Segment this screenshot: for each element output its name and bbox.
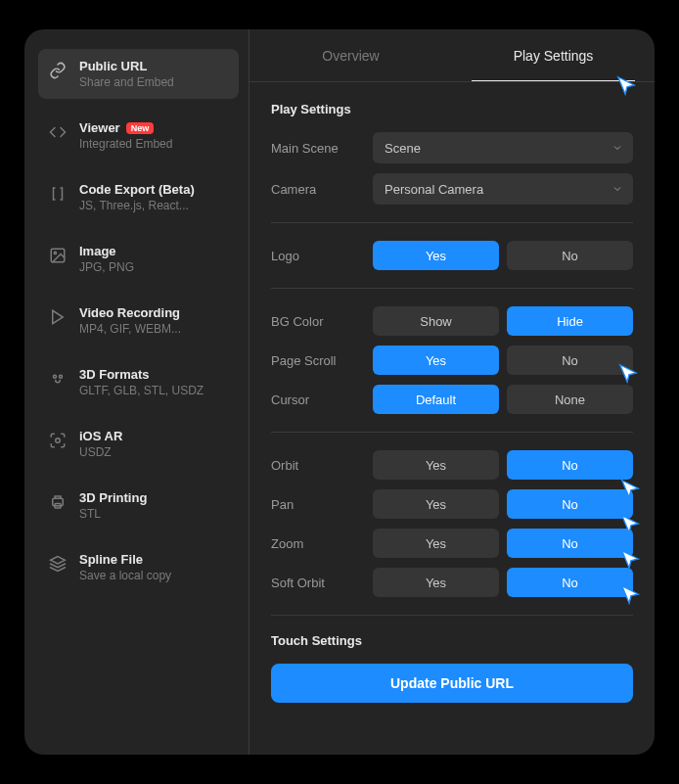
toggle-logo-yes[interactable]: Yes [373,241,499,270]
label-logo: Logo [271,249,373,263]
divider [271,615,633,616]
sidebar-item-sub: Integrated Embed [79,137,172,151]
sidebar-item-sub: Share and Embed [79,75,174,89]
link-icon [48,61,68,80]
toggle-page-scroll: Yes No [373,346,633,375]
3d-icon [48,369,68,389]
label-cursor: Cursor [271,392,373,407]
code-icon [48,122,68,142]
content: Play Settings Main Scene Scene Camera Pe… [249,82,655,755]
toggle-logo-no[interactable]: No [507,241,633,270]
svg-point-4 [60,375,63,378]
sidebar-item-label: Image [79,244,134,258]
sidebar-item-image[interactable]: Image JPG, PNG [38,234,239,284]
row-page-scroll: Page Scroll Yes No [271,346,633,375]
sidebar-item-sub: GLTF, GLB, STL, USDZ [79,384,204,397]
sidebar-item-label: iOS AR [79,429,122,443]
sidebar-item-label: 3D Printing [79,490,147,505]
toggle-soft-orbit: Yes No [373,568,633,597]
toggle-orbit-yes[interactable]: Yes [373,450,499,480]
toggle-logo: Yes No [373,241,633,270]
select-camera[interactable]: Personal Camera [373,173,633,205]
sidebar-item-video[interactable]: Video Recording MP4, GIF, WEBM... [38,296,239,346]
toggle-bg-show[interactable]: Show [373,306,499,336]
row-bg-color: BG Color Show Hide [271,306,633,336]
toggle-zoom-yes[interactable]: Yes [373,529,499,558]
svg-marker-2 [53,310,64,324]
brackets-icon [48,184,68,204]
sidebar-item-label: Spline File [79,552,171,567]
row-pan: Pan Yes No [271,489,633,519]
toggle-cursor-default[interactable]: Default [373,385,499,414]
toggle-bg-hide[interactable]: Hide [507,306,633,336]
toggle-scroll-no[interactable]: No [507,346,633,375]
label-soft-orbit: Soft Orbit [271,576,373,590]
toggle-cursor: Default None [373,385,633,414]
sidebar-item-sub: USDZ [79,445,122,459]
label-camera: Camera [271,182,373,197]
row-cursor: Cursor Default None [271,385,633,414]
row-orbit: Orbit Yes No [271,450,633,480]
sidebar-item-spline-file[interactable]: Spline File Save a local copy [38,542,239,592]
chevron-down-icon [611,183,623,195]
toggle-orbit: Yes No [373,450,633,480]
label-pan: Pan [271,497,373,512]
divider [271,432,633,433]
sidebar-item-sub: Save a local copy [79,569,171,582]
sidebar-item-public-url[interactable]: Public URL Share and Embed [38,49,239,99]
row-main-scene: Main Scene Scene [271,132,633,163]
label-zoom: Zoom [271,536,373,551]
sidebar-item-label: Public URL [79,59,174,73]
label-main-scene: Main Scene [271,141,373,156]
new-badge: New [126,122,155,134]
label-orbit: Orbit [271,458,373,473]
section-title-play-settings: Play Settings [271,102,633,116]
cube-icon [48,554,68,574]
row-logo: Logo Yes No [271,241,633,270]
row-zoom: Zoom Yes No [271,529,633,558]
chevron-down-icon [611,142,623,154]
sidebar-item-sub: JPG, PNG [79,260,134,274]
sidebar: Public URL Share and Embed Viewer New In… [24,29,249,755]
toggle-pan-yes[interactable]: Yes [373,489,499,519]
sidebar-item-3d-formats[interactable]: 3D Formats GLTF, GLB, STL, USDZ [38,357,239,407]
toggle-pan-no[interactable]: No [507,489,633,519]
sidebar-item-ios-ar[interactable]: iOS AR USDZ [38,419,239,469]
toggle-soft-orbit-no[interactable]: No [507,568,633,597]
divider [271,222,633,223]
svg-point-3 [54,375,57,378]
label-bg-color: BG Color [271,314,373,329]
printer-icon [48,492,68,512]
toggle-scroll-yes[interactable]: Yes [373,346,499,375]
play-icon [48,307,68,327]
svg-point-1 [54,252,56,254]
toggle-orbit-no[interactable]: No [507,450,633,480]
svg-point-5 [56,438,61,443]
tabs: Overview Play Settings [249,29,655,82]
select-main-scene[interactable]: Scene [373,132,633,163]
sidebar-item-sub: JS, Three.js, React... [79,199,195,212]
sidebar-item-code-export[interactable]: Code Export (Beta) JS, Three.js, React..… [38,172,239,222]
toggle-bg-color: Show Hide [373,306,633,336]
row-camera: Camera Personal Camera [271,173,633,205]
image-icon [48,246,68,265]
toggle-pan: Yes No [373,489,633,519]
sidebar-item-label: 3D Formats [79,367,204,382]
update-public-url-button[interactable]: Update Public URL [271,664,633,703]
toggle-zoom: Yes No [373,529,633,558]
sidebar-item-label: Viewer New [79,120,172,135]
label-page-scroll: Page Scroll [271,353,373,368]
tab-play-settings[interactable]: Play Settings [452,29,655,81]
sidebar-item-label: Code Export (Beta) [79,182,195,197]
sidebar-item-sub: STL [79,507,147,521]
sidebar-item-label: Video Recording [79,305,181,320]
sidebar-item-3d-printing[interactable]: 3D Printing STL [38,481,239,530]
toggle-cursor-none[interactable]: None [507,385,633,414]
toggle-zoom-no[interactable]: No [507,529,633,558]
sidebar-item-sub: MP4, GIF, WEBM... [79,322,181,336]
tab-overview[interactable]: Overview [249,29,452,81]
main-panel: Overview Play Settings Play Settings Mai… [249,29,655,755]
section-title-touch-settings: Touch Settings [271,633,633,648]
toggle-soft-orbit-yes[interactable]: Yes [373,568,499,597]
sidebar-item-viewer[interactable]: Viewer New Integrated Embed [38,111,239,161]
